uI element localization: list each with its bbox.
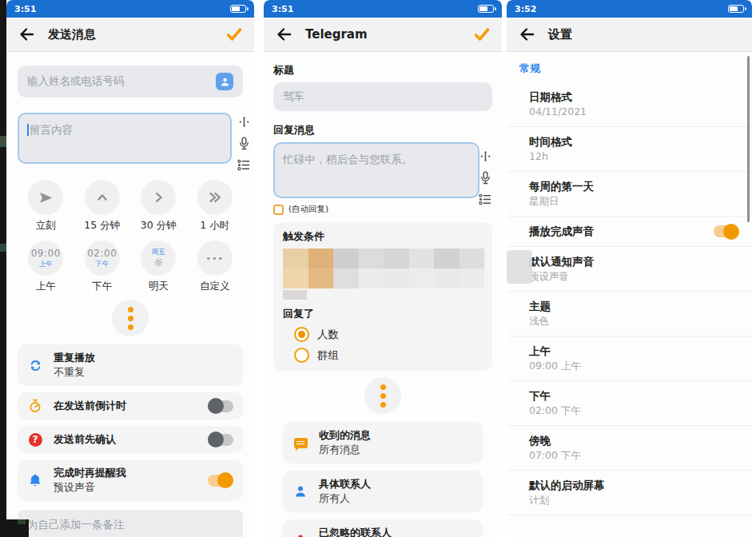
page-title: 设置 [548,27,572,42]
quick-tomorrow[interactable]: 周五 ☼ 明天 [130,241,187,293]
auto-reply-label: (自动回复) [288,204,328,215]
remind-toggle[interactable] [208,475,233,487]
background-strip [0,0,6,537]
completion-sound-toggle[interactable] [714,225,739,237]
note-placeholder: 为自己添加一条备注 [27,518,125,532]
more-options-button[interactable] [364,377,401,414]
blur-overlay [507,250,532,284]
recipient-input[interactable]: 输入姓名或电话号码 [18,66,243,97]
background-corner [0,519,29,537]
scrollbar[interactable] [747,56,750,222]
setting-evening[interactable]: 傍晚 07:00 下午 [507,426,752,471]
screen-send-message: 3:51 发送消息 输入姓名或电话号码 留言内容 [6,0,254,537]
option-confirm-before-send[interactable]: ? 发送前先确认 [18,426,243,453]
quick-30-min[interactable]: 30 分钟 [130,180,187,233]
radio-icon[interactable] [294,327,309,342]
back-arrow-icon[interactable] [275,26,292,43]
redacted-content [283,249,484,288]
status-time: 3:51 [272,4,293,14]
bell-icon [29,473,42,487]
trigger-conditions-card: 触发条件 回复了 人数 群组 [273,222,492,371]
replied-label: 回复了 [283,307,483,321]
double-chevron-icon [207,190,223,205]
confirm-check-icon[interactable] [225,26,243,42]
option-remind-when-done[interactable]: 完成时再提醒我 预设声音 [18,459,243,501]
status-bar: 3:52 [507,0,752,18]
send-icon [38,190,54,205]
quick-1-hour[interactable]: 1 小时 [187,180,244,233]
status-time: 3:52 [515,4,536,14]
voice-input-icon[interactable] [238,116,250,128]
reply-textarea[interactable]: 忙碌中，稍后会与您联系。 [273,142,479,198]
redacted-chip [283,290,307,300]
setting-default-notification-sound[interactable]: 默认通知声音 预设声音 [507,247,752,292]
chevron-right-icon [151,190,165,205]
radio-icon[interactable] [294,348,309,363]
repeat-icon [29,359,42,372]
battery-icon [478,5,494,13]
more-options-button[interactable] [112,300,149,336]
title-value: 驾车 [283,90,304,104]
rule-specific-contacts[interactable]: 具体联系人 所有人 [283,471,483,512]
confirm-check-icon[interactable] [473,26,491,42]
triple-screenshot-canvas: 3:51 发送消息 输入姓名或电话号码 留言内容 [0,0,756,537]
confirm-toggle[interactable] [208,434,233,446]
setting-default-start-screen[interactable]: 默认的启动屏幕 计划 [507,471,752,515]
quick-morning[interactable]: 09:00 上午 上午 [18,241,74,293]
section-general: 常规 [507,62,752,76]
microphone-icon[interactable] [239,137,249,150]
option-repeat-playback[interactable]: 重复播放 不重复 [18,344,243,386]
text-cursor [27,124,29,136]
radio-people-count[interactable]: 人数 [294,327,483,342]
back-arrow-icon[interactable] [18,26,35,43]
radio-groups[interactable]: 群组 [294,348,483,363]
setting-morning[interactable]: 上午 09:00 上午 [507,336,752,381]
battery-icon [728,5,744,13]
setting-first-day-of-week[interactable]: 每周的第一天 星期日 [507,172,752,217]
auto-reply-checkbox[interactable] [273,205,284,215]
voice-input-icon[interactable] [479,150,491,162]
reply-field-label: 回复消息 [273,123,492,137]
microphone-icon[interactable] [480,171,491,185]
setting-afternoon[interactable]: 下午 02:00 下午 [507,381,752,426]
status-time: 3:51 [14,4,36,14]
status-bar: 3:51 [6,0,254,18]
trigger-label: 触发条件 [283,229,483,244]
stopwatch-icon [29,399,42,413]
quick-custom[interactable]: ••• 自定义 [187,241,244,293]
ellipsis-icon: ••• [206,253,224,264]
app-bar: 发送消息 [6,18,254,52]
screen-telegram-rule: 3:51 Telegram 标题 驾车 回复消息 忙碌中，稍后会与您联系。 [264,0,502,537]
countdown-toggle[interactable] [208,400,233,412]
template-list-icon[interactable] [237,159,250,171]
recipient-placeholder: 输入姓名或电话号码 [27,74,216,89]
quick-15-min[interactable]: 15 分钟 [74,180,131,233]
page-title: Telegram [305,27,368,42]
sun-icon: ☼ [153,257,164,268]
screen-settings: 3:52 设置 常规 日期格式 04/11/2021 时间格式 [507,0,752,537]
quick-afternoon[interactable]: 02:00 下午 下午 [74,241,131,293]
reply-value: 忙碌中，稍后会与您联系。 [283,153,412,165]
chat-bubble-icon [294,438,308,448]
contacts-icon[interactable] [216,73,233,90]
setting-completion-sound[interactable]: 播放完成声音 [507,217,752,247]
battery-icon [230,5,246,13]
setting-time-format[interactable]: 时间格式 12h [507,127,752,172]
status-bar: 3:51 [264,0,502,18]
person-ignored-icon [294,534,307,537]
template-list-icon[interactable] [479,193,491,205]
setting-theme[interactable]: 主题 浅色 [507,292,752,336]
option-countdown[interactable]: 在发送前倒计时 [18,392,243,420]
setting-date-format[interactable]: 日期格式 04/11/2021 [507,82,752,127]
app-bar: 设置 [507,18,752,52]
message-textarea[interactable]: 留言内容 [18,113,232,164]
app-bar: Telegram [264,18,502,52]
note-input[interactable]: 为自己添加一条备注 [18,510,243,537]
back-arrow-icon[interactable] [518,26,535,43]
chevron-up-icon [95,190,109,205]
rule-ignored-contacts[interactable]: 已忽略的联系人 没有联系人 [283,519,483,537]
person-icon [294,485,307,498]
title-input[interactable]: 驾车 [273,82,492,111]
quick-send-now[interactable]: 立刻 [18,180,74,233]
rule-incoming-messages[interactable]: 收到的消息 所有消息 [283,422,483,463]
